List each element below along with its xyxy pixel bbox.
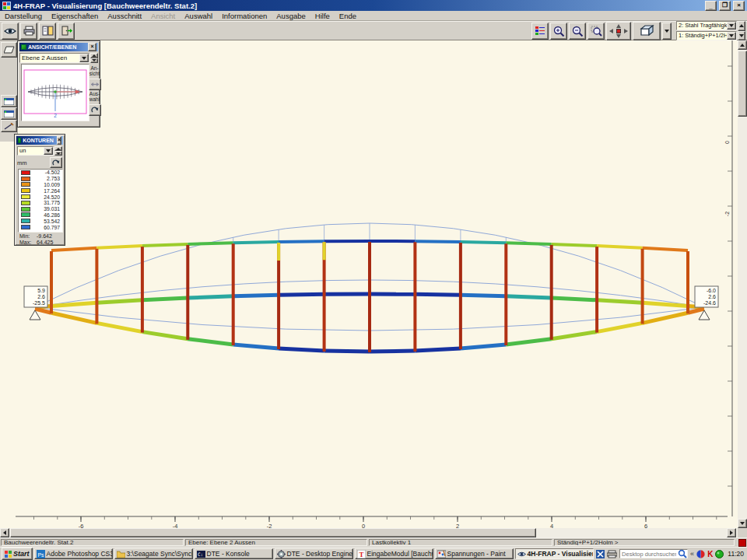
- spinner-down-button[interactable]: [738, 31, 745, 41]
- title-bar[interactable]: 4H-FRAP - Visualisierung [Bauchweerendel…: [0, 0, 747, 11]
- contour-level-row: 60.797: [19, 224, 62, 230]
- minimize-button[interactable]: _: [705, 1, 717, 11]
- minimized-panel-1-button[interactable]: [1, 95, 17, 107]
- taskbar-button-3-seagate-sync-syncre[interactable]: 3:\Seagate Sync\SyncRe...: [114, 548, 193, 559]
- zoom-window-button[interactable]: [587, 23, 605, 40]
- menu-item-ausgabe[interactable]: Ausgabe: [272, 12, 310, 20]
- menu-item-informationen[interactable]: Informationen: [217, 12, 272, 20]
- loadcase-selector[interactable]: 1: Ständig+P+1/2Holm >: [676, 31, 737, 40]
- restore-button[interactable]: ❐: [719, 1, 731, 11]
- report-button[interactable]: [39, 23, 56, 40]
- vertical-scrollbar[interactable]: [738, 40, 747, 528]
- minimized-panel-2-button[interactable]: [1, 107, 17, 120]
- ansicht-apply-button[interactable]: [89, 79, 101, 90]
- plane-mode-button[interactable]: [1, 42, 17, 58]
- menu-item-ende[interactable]: Ende: [335, 12, 361, 20]
- zoom-out-button[interactable]: [569, 23, 586, 40]
- menu-item-darstellung[interactable]: Darstellung: [0, 12, 47, 20]
- horizontal-scrollbar[interactable]: [0, 528, 738, 537]
- tray-app-icon[interactable]: [596, 550, 605, 558]
- contour-level-value: 39.031: [30, 206, 60, 212]
- ansicht-panel-close-button[interactable]: ×: [88, 43, 96, 51]
- minimized-panel-3-button[interactable]: [1, 120, 17, 132]
- ansicht-panel-titlebar[interactable]: ANSICHT/EBENEN ×: [19, 43, 98, 51]
- taskbar-button-adobe-photoshop-cs3-e[interactable]: PsAdobe Photoshop CS3 E...: [34, 548, 113, 559]
- konturen-panel-titlebar[interactable]: KONTUREN ×: [16, 136, 63, 145]
- structure-drawing[interactable]: 5.92.6-25.5-6.02.6-24.6-6-4-202460-2: [0, 40, 738, 528]
- close-button[interactable]: ×: [733, 1, 745, 11]
- structure-view[interactable]: 5.92.6-25.5-6.02.6-24.6-6-4-202460-2: [0, 40, 738, 528]
- result-selector-dropdown[interactable]: [727, 22, 736, 30]
- taskbar-button-dte-desktop-engineeri[interactable]: DTE - Desktop Engineeri...: [275, 548, 353, 559]
- desktop-search-input[interactable]: [620, 551, 678, 558]
- spinner-up-button[interactable]: [738, 21, 745, 31]
- tray-k-icon[interactable]: K: [707, 550, 713, 558]
- menu-item-auswahl[interactable]: Auswahl: [180, 12, 217, 20]
- taskbar-button-spannungen-paint[interactable]: Spannungen - Paint: [435, 548, 514, 559]
- auswahl-label: Aus- wahl: [88, 91, 101, 102]
- vertical-scroll-thumb[interactable]: [738, 51, 747, 117]
- tray-logo-icon[interactable]: [696, 550, 705, 558]
- svg-text:Ps: Ps: [37, 551, 44, 557]
- paint-icon: [437, 550, 446, 558]
- menu-item-eigenschaften[interactable]: Eigenschaften: [47, 12, 103, 20]
- search-icon[interactable]: [678, 549, 687, 558]
- loadcase-selector-dropdown[interactable]: [727, 32, 736, 40]
- status-field-2: Lastkollektiv 1: [369, 539, 552, 546]
- taskbar-button-label: 4H-FRAP - Visualisier...: [528, 550, 594, 558]
- ansicht-ebenen-panel[interactable]: ANSICHT/EBENEN × Ebene 2 Aussen 2 An- si…: [17, 40, 100, 128]
- view-3d-button[interactable]: [633, 22, 661, 40]
- tray-printer-icon[interactable]: [607, 550, 617, 558]
- plane-spinner-down[interactable]: [90, 58, 98, 64]
- taskbar-button-4h-frap-visualisier[interactable]: 4H-FRAP - Visualisier...: [515, 548, 594, 559]
- horizontal-scroll-thumb[interactable]: [10, 528, 536, 537]
- plane-preview-box[interactable]: 2: [21, 64, 89, 121]
- plane-preview[interactable]: 2: [22, 65, 89, 119]
- svg-text:5.9: 5.9: [37, 288, 45, 293]
- exit-button[interactable]: [58, 23, 75, 40]
- tray-overflow-chevron[interactable]: «: [690, 550, 694, 558]
- auswahl-refresh-button[interactable]: [89, 104, 101, 116]
- status-field-1: Ebene: Ebene 2 Aussen: [185, 539, 367, 546]
- menu-item-ausschnitt[interactable]: Ausschnitt: [103, 12, 146, 20]
- quantity-selector-dropdown[interactable]: [44, 147, 53, 155]
- scroll-up-button[interactable]: [738, 40, 747, 50]
- zoom-in-button[interactable]: [550, 23, 567, 40]
- start-button[interactable]: Start: [2, 548, 33, 560]
- taskbar-button-eingabemodul-bauchwee[interactable]: TEingabeModul [Bauchwee...: [355, 548, 433, 559]
- pan-navigator[interactable]: [606, 22, 631, 40]
- quantity-selector[interactable]: un: [17, 146, 54, 156]
- svg-text:T: T: [359, 551, 363, 558]
- drawing-canvas[interactable]: 5.92.6-25.5-6.02.6-24.6-6-4-202460-2: [0, 40, 738, 528]
- konturen-refresh-button[interactable]: [50, 157, 62, 168]
- plane-selector-dropdown[interactable]: [79, 54, 89, 62]
- contour-level-value: 53.542: [30, 219, 60, 224]
- taskbar-button-dte-konsole[interactable]: C:DTE - Konsole: [195, 548, 273, 559]
- svg-text:4: 4: [550, 523, 553, 528]
- scroll-down-button[interactable]: [738, 519, 747, 528]
- konturen-panel-close-button[interactable]: ×: [57, 136, 61, 145]
- tray-green-icon[interactable]: [715, 550, 724, 558]
- view-3d-dropdown-button[interactable]: [662, 23, 672, 40]
- konturen-panel[interactable]: KONTUREN × un mm: [14, 134, 65, 246]
- tree-view-button[interactable]: [531, 23, 549, 40]
- preview-axis-label: 2: [54, 113, 57, 118]
- quantity-spinner-down[interactable]: [54, 151, 62, 156]
- view-eye-button[interactable]: [2, 23, 19, 40]
- scroll-right-button[interactable]: [727, 528, 736, 537]
- loadcase-spinner[interactable]: [738, 21, 745, 40]
- desktop-search-band[interactable]: [619, 549, 688, 558]
- result-selector[interactable]: 2: Stahl Tragfähigkeit (Th. 2. O: [676, 21, 737, 30]
- taskbar-clock[interactable]: 11:20: [726, 550, 745, 558]
- status-alert-icon[interactable]: [738, 539, 746, 547]
- status-field-0: Bauchweerendeltr. Stat.2: [1, 539, 184, 546]
- scroll-left-button[interactable]: [0, 528, 9, 537]
- plane-selector[interactable]: Ebene 2 Aussen: [19, 53, 89, 63]
- contour-level-row: 2.753: [19, 176, 62, 182]
- plane-icon: [4, 45, 15, 54]
- menu-item-hilfe[interactable]: Hilfe: [310, 12, 335, 20]
- print-button[interactable]: [20, 23, 37, 40]
- contour-color-swatch: [21, 188, 30, 193]
- contour-min-row: Min: -9.642: [16, 233, 69, 239]
- windows-logo-icon: [5, 551, 12, 558]
